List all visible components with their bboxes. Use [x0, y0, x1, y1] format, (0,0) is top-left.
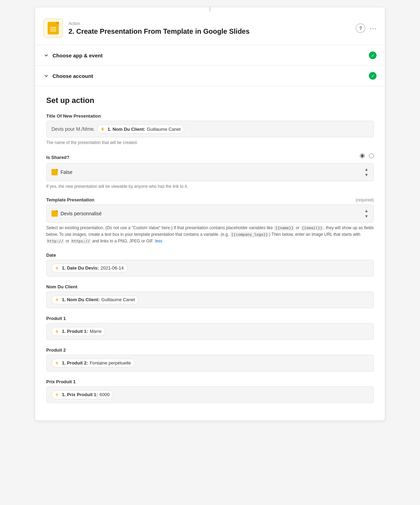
date-tag[interactable]: 1. Date Du Devis: 2021-06-14	[51, 264, 128, 273]
zap-icon-title	[99, 126, 106, 132]
radio-group	[360, 153, 374, 158]
choose-account-header[interactable]: Choose account ✓	[35, 66, 385, 86]
action-icon	[43, 18, 63, 38]
svg-marker-2	[56, 266, 58, 270]
help-button[interactable]: ?	[356, 23, 365, 33]
zap-icon-date	[54, 265, 60, 271]
action-header: Action 2. Create Presentation From Templ…	[35, 11, 385, 45]
field-group-prix1: Prix Produit 1 1. Prix Produit 1: 6000	[46, 379, 374, 403]
radio-yes-input[interactable]	[360, 153, 365, 158]
template-select[interactable]: Devis personnalisé ▲ ▼	[46, 205, 374, 223]
nom-client-input[interactable]: 1. Nom Du Client: Guillaume Canet	[46, 291, 374, 308]
title-input[interactable]: Devis pour M./Mme. 1. Nom Du Client: Gui…	[46, 121, 374, 137]
produit2-input[interactable]: 1. Produit 2: Fontaine perpétuelle	[46, 355, 374, 371]
less-link[interactable]: less	[155, 239, 162, 243]
field-group-shared: Is Shared? False ▲ ▼	[46, 153, 374, 190]
choose-app-check: ✓	[369, 51, 377, 59]
slides-inline-icon-template	[51, 210, 58, 217]
template-description: Select an existing presentation. (Do not…	[46, 225, 374, 245]
select-arrow: ▲ ▼	[364, 167, 369, 177]
choose-app-accordion: Choose app & event ✓	[35, 45, 385, 66]
slides-icon	[48, 22, 59, 34]
template-select-arrow: ▲ ▼	[364, 208, 369, 219]
accordion-left: Choose app & event	[43, 53, 103, 58]
header-actions: ? ···	[356, 23, 377, 33]
produit1-label: Produit 1	[46, 316, 374, 321]
svg-marker-5	[56, 361, 58, 365]
svg-marker-3	[56, 298, 58, 302]
field-group-nom-client: Nom Du Client 1. Nom Du Client: Guillaum…	[46, 284, 374, 308]
date-label: Date	[46, 252, 374, 258]
prix1-input[interactable]: 1. Prix Produit 1: 6000	[46, 386, 374, 403]
field-group-produit2: Produit 2 1. Produit 2: Fontaine perpétu…	[46, 347, 374, 371]
template-required: (required)	[356, 198, 374, 202]
field-group-produit1: Produit 1 1. Produit 1: Marre	[46, 316, 374, 340]
choose-account-accordion: Choose account ✓	[35, 66, 385, 86]
shared-label: Is Shared?	[46, 153, 374, 161]
zap-icon-produit2	[54, 360, 60, 366]
produit1-input[interactable]: 1. Produit 1: Marre	[46, 323, 374, 340]
accordion-left-2: Choose account	[43, 73, 93, 79]
header-label: Action	[68, 21, 350, 26]
main-content: Set up action Title Of New Presentation …	[35, 86, 385, 420]
choose-app-title: Choose app & event	[52, 53, 103, 58]
header-title: 2. Create Presentation From Template in …	[68, 27, 350, 35]
zap-icon-prix1	[54, 392, 60, 398]
zap-icon-nom	[54, 297, 60, 303]
choose-account-check: ✓	[369, 72, 377, 80]
choose-account-title: Choose account	[52, 73, 93, 79]
field-group-date: Date 1. Date Du Devis: 2021-06-14	[46, 252, 374, 276]
produit2-label: Produit 2	[46, 347, 374, 353]
prix1-tag[interactable]: 1. Prix Produit 1: 6000	[51, 390, 113, 399]
header-text: Action 2. Create Presentation From Templ…	[68, 21, 350, 35]
radio-no[interactable]	[369, 153, 374, 158]
title-static-text: Devis pour M./Mme.	[51, 126, 95, 132]
slides-inline-icon-shared	[51, 169, 58, 175]
shared-value: False	[60, 169, 72, 175]
choose-app-header[interactable]: Choose app & event ✓	[35, 45, 385, 65]
produit1-tag[interactable]: 1. Produit 1: Marre	[51, 327, 105, 336]
more-options-button[interactable]: ···	[370, 24, 377, 32]
radio-no-input[interactable]	[369, 153, 374, 158]
shared-select[interactable]: False ▲ ▼	[46, 163, 374, 181]
title-tag[interactable]: 1. Nom Du Client: Guillaume Canet	[97, 125, 184, 134]
svg-marker-4	[56, 329, 58, 334]
field-group-title: Title Of New Presentation Devis pour M./…	[46, 113, 374, 146]
template-select-left: Devis personnalisé	[51, 210, 102, 217]
nom-client-label: Nom Du Client	[46, 284, 374, 289]
title-hint: The name of the presentation that will b…	[46, 139, 374, 146]
select-left: False	[51, 169, 72, 175]
radio-yes[interactable]	[360, 153, 365, 158]
date-input[interactable]: 1. Date Du Devis: 2021-06-14	[46, 260, 374, 276]
field-group-template: Template Presentation (required) Devis p…	[46, 197, 374, 245]
nom-client-tag[interactable]: 1. Nom Du Client: Guillaume Canet	[51, 295, 139, 304]
template-label: Template Presentation (required)	[46, 197, 374, 202]
prix1-label: Prix Produit 1	[46, 379, 374, 384]
svg-marker-6	[56, 393, 58, 397]
chevron-icon-2	[43, 73, 49, 79]
zap-icon-produit1	[54, 328, 60, 335]
title-label: Title Of New Presentation	[46, 113, 374, 119]
produit2-tag[interactable]: 1. Produit 2: Fontaine perpétuelle	[51, 359, 135, 368]
section-title: Set up action	[46, 96, 374, 105]
template-value: Devis personnalisé	[60, 211, 102, 216]
chevron-icon	[43, 53, 49, 58]
shared-hint: If yes, the new presentation will be vie…	[46, 183, 374, 190]
